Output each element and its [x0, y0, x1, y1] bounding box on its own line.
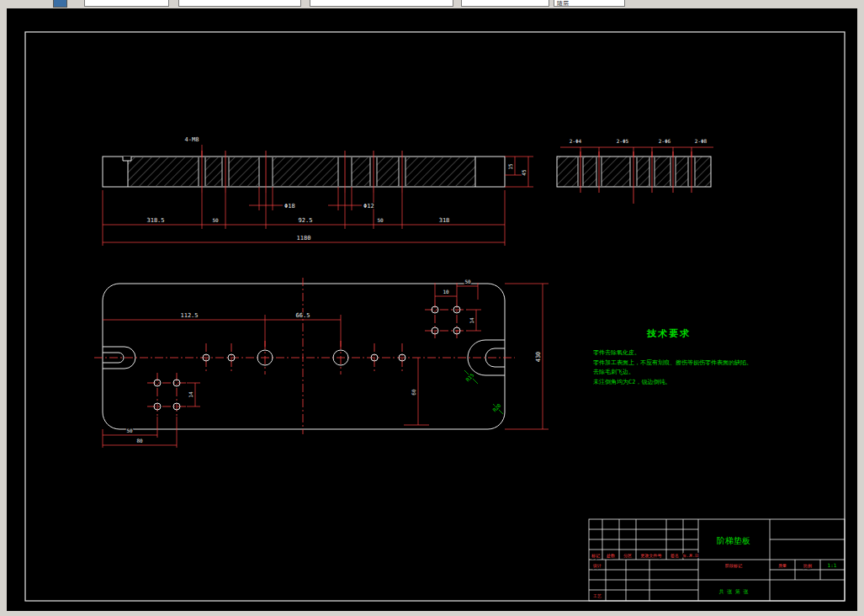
tech-requirements-line: 零件去除氧化皮。	[593, 349, 640, 356]
dim-label: 10	[443, 289, 449, 295]
toolbar-combo-color[interactable]	[178, 0, 301, 7]
dim-label: 14	[188, 391, 193, 398]
toolbar-combo-linetype[interactable]	[310, 0, 453, 7]
dim-label: 2-Φ6	[659, 138, 671, 144]
dim-label: 2-Φ4	[570, 138, 582, 144]
window-border-bottom	[0, 611, 864, 616]
tech-requirements-body: 零件去除氧化皮。零件加工表面上，不应有划痕、擦伤等损伤零件表面的缺陷。去除毛刺飞…	[593, 349, 752, 385]
toolbar-combo-plotstyle[interactable]: 随层	[554, 0, 625, 7]
combo-value: 随层	[557, 0, 569, 6]
window-border-right	[857, 0, 864, 616]
dim-label: 4-M8	[185, 136, 199, 143]
titleblock-label: 标记	[591, 553, 600, 559]
dim-label: 1180	[297, 235, 311, 242]
dim-label: R15	[464, 372, 475, 383]
toolbar-strip: 随层	[0, 0, 864, 8]
titleblock-label: 年.月.日	[683, 554, 699, 558]
titleblock-label: 质量	[778, 563, 787, 568]
titleblock-label: 阶段标记	[725, 563, 742, 569]
dim-label: 60	[411, 389, 416, 396]
dim-label: Φ12	[363, 203, 374, 210]
section-view-front	[103, 145, 533, 246]
dim-label: 50	[377, 217, 384, 223]
titleblock-label: 分区	[623, 553, 632, 558]
titleblock-label: 比例	[803, 563, 812, 569]
cad-canvas[interactable]: 技术要求 零件去除氧化皮。零件加工表面上，不应有划痕、擦伤等损伤零件表面的缺陷。…	[7, 8, 857, 611]
window-border-left	[0, 0, 7, 616]
plan-view	[94, 278, 549, 448]
dim-label: 318.5	[146, 217, 164, 224]
tech-requirements-title: 技术要求	[646, 328, 691, 339]
tech-requirements-line: 去除毛刺飞边。	[593, 369, 634, 375]
tech-requirements-line: 未注倒角均为C2，锐边倒钝。	[593, 378, 671, 385]
tech-requirements-line: 零件加工表面上，不应有划痕、擦伤等损伤零件表面的缺陷。	[593, 358, 752, 366]
dim-label: 80	[136, 438, 143, 443]
toolbar-combo-lineweight[interactable]	[461, 0, 549, 7]
titleblock-label: 共 张 第 张	[719, 588, 749, 595]
dim-label: Φ18	[284, 203, 295, 210]
titleblock-label: 阶梯垫板	[717, 536, 750, 545]
dim-label: 112.5	[180, 312, 198, 319]
dim-label: 50	[464, 279, 471, 284]
dim-label: 45	[521, 169, 527, 176]
titleblock-label: 工艺	[593, 593, 602, 598]
dim-label: 2-Φ5	[617, 138, 629, 144]
titleblock-label: 设计	[592, 563, 602, 568]
title-block-text: 标记处数分区更改文件号签名年.月.日设计工艺阶梯垫板阶段标记质量比例1:1共 张…	[591, 536, 837, 598]
titleblock-label: 处数	[607, 553, 615, 559]
toolbar-combo-layer[interactable]	[84, 0, 169, 7]
dim-label: 15	[507, 163, 513, 170]
app-icon[interactable]	[53, 0, 67, 8]
titleblock-label: 更改文件号	[641, 553, 662, 558]
dim-label: 430	[535, 352, 542, 363]
dim-label: 318	[439, 217, 450, 224]
title-block	[589, 519, 845, 601]
titleblock-label: 签名	[671, 553, 679, 559]
dim-label: 50	[212, 217, 219, 223]
dim-label: 66.5	[296, 312, 310, 319]
section-view-side	[557, 147, 713, 204]
dim-label: 92.5	[299, 217, 313, 224]
dim-label: 50	[126, 427, 133, 433]
dim-label: 2-Φ8	[695, 138, 708, 144]
dim-label: 14	[469, 317, 474, 324]
titleblock-label: 1:1	[828, 562, 837, 568]
plan-view-dimension-lines	[103, 283, 549, 448]
